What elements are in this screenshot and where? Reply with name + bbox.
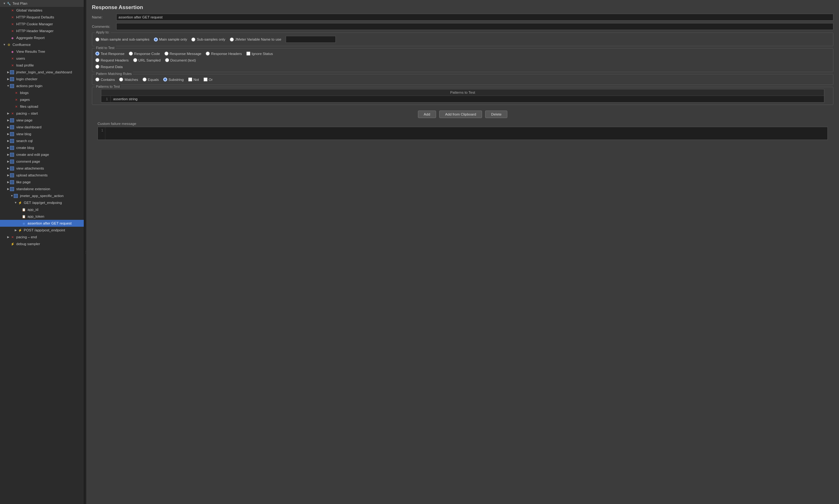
ftt-url-sampled[interactable]: URL Sampled	[133, 58, 161, 62]
sidebar-item-create-edit-page[interactable]: ▶create and edit page	[0, 151, 84, 158]
sidebar-item-jmeter-app-specific[interactable]: ▼jmeter_app_specific_action	[0, 192, 84, 199]
add-from-clipboard-button[interactable]: Add from Clipboard	[439, 110, 482, 118]
apply-main-sub[interactable]: Main sample and sub-samples	[95, 37, 150, 41]
sidebar-item-pages[interactable]: ✕pages	[0, 96, 84, 103]
ftt-ignore-status[interactable]: Ignore Status	[246, 52, 273, 56]
pm-contains[interactable]: Contains	[95, 77, 115, 82]
apply-jmeter-var[interactable]: JMeter Variable Name to use	[230, 37, 281, 41]
ftt-request-headers[interactable]: Request Headers	[95, 58, 129, 62]
comments-input[interactable]	[116, 23, 833, 30]
sidebar-item-test-plan[interactable]: ▼🔧Test Plan	[0, 0, 84, 7]
sidebar-item-label: pacing – start	[16, 111, 38, 115]
sidebar-item-http-request-defaults[interactable]: ✕HTTP Request Defaults	[0, 14, 84, 21]
tree-icon	[10, 131, 15, 137]
tree-icon: ✕	[14, 97, 19, 102]
sidebar-item-get-endpoint[interactable]: ▼⚡GET /app/get_endpoing	[0, 199, 84, 206]
sidebar-item-post-endpoint[interactable]: ▶⚡POST /app/post_endpoint	[0, 227, 84, 234]
pm-equals[interactable]: Equals	[142, 77, 159, 82]
sidebar-item-comment-page[interactable]: ▶comment page	[0, 158, 84, 165]
sidebar-item-label: jmeter_app_specific_action	[20, 194, 64, 198]
sidebar-item-label: actions per login	[16, 84, 42, 88]
tree-arrow: ▼	[2, 1, 6, 6]
tree-icon: 🔧	[6, 1, 11, 6]
sidebar-item-label: GET /app/get_endpoing	[24, 201, 62, 204]
apply-main-only[interactable]: Main sample only	[154, 37, 187, 41]
sidebar-item-create-blog[interactable]: ▶create blog	[0, 144, 84, 151]
apply-to-group: Apply to: Main sample and sub-samples Ma…	[92, 33, 833, 46]
pm-matches[interactable]: Matches	[119, 77, 138, 82]
pm-or[interactable]: Or	[204, 77, 213, 82]
sidebar-item-view-results-tree[interactable]: ◆View Results Tree	[0, 48, 84, 55]
ftt-text-response[interactable]: Text Response	[95, 52, 124, 56]
sidebar-item-label: create blog	[16, 146, 34, 149]
tree-icon	[10, 118, 15, 123]
sidebar-item-label: view dashboard	[16, 125, 41, 129]
sidebar-item-pacing-end[interactable]: ▶✕pacing – end	[0, 234, 84, 240]
sidebar-item-label: search cql	[16, 139, 33, 143]
sidebar-item-app-id[interactable]: 📋app_id	[0, 206, 84, 213]
action-buttons: Add Add from Clipboard Delete	[86, 107, 839, 122]
ftt-request-data[interactable]: Request Data	[95, 65, 122, 69]
sidebar-item-debug-sampler[interactable]: ⚡debug sampler	[0, 240, 84, 247]
tree-icon: ✕	[10, 111, 15, 116]
sidebar-item-users[interactable]: ✕users	[0, 55, 84, 62]
pattern-value-1[interactable]: assertion string	[111, 96, 824, 102]
sidebar-item-pacing-start[interactable]: ▶✕pacing – start	[0, 110, 84, 117]
tree-arrow: ▼	[10, 193, 14, 198]
patterns-to-test-label: Patterns to Test	[95, 85, 121, 88]
tree-arrow: ▶	[6, 166, 10, 171]
tree-icon	[14, 193, 19, 198]
sidebar-item-label: pages	[20, 98, 30, 102]
sidebar-item-view-attachments[interactable]: ▶view attachments	[0, 165, 84, 172]
tree-arrow	[6, 15, 10, 20]
sidebar-item-http-header-manager[interactable]: ✕HTTP Header Manager	[0, 28, 84, 34]
ftt-response-headers[interactable]: Response Headers	[206, 52, 242, 56]
tree-arrow	[17, 221, 21, 226]
tree-arrow: ▶	[6, 76, 10, 82]
sidebar-item-login-checker[interactable]: ▶login checker	[0, 76, 84, 83]
comments-label: Comments:	[92, 25, 116, 29]
add-button[interactable]: Add	[418, 110, 436, 118]
sidebar-item-app-token[interactable]: 📋app_token	[0, 213, 84, 220]
tree-icon	[10, 145, 15, 150]
ftt-document-text[interactable]: Document (text)	[165, 58, 196, 62]
sidebar-item-jmeter-login[interactable]: ▶jmeter_login_and_view_dashboard	[0, 69, 84, 76]
apply-sub-only[interactable]: Sub-samples only	[191, 37, 225, 41]
sidebar-item-label: view blog	[16, 132, 31, 136]
pm-not[interactable]: Not	[188, 77, 199, 82]
tree-arrow: ▶	[6, 159, 10, 164]
pm-substring[interactable]: Substring	[163, 77, 184, 82]
failure-content[interactable]	[105, 127, 827, 140]
sidebar-item-aggregate-report[interactable]: ◆Aggregate Report	[0, 34, 84, 41]
sidebar-item-view-page[interactable]: ▶view page	[0, 117, 84, 124]
tree-arrow	[17, 214, 21, 219]
sidebar-item-global-variables[interactable]: ✕Global Variables	[0, 7, 84, 14]
sidebar-item-load-profile[interactable]: ✕load profile	[0, 62, 84, 69]
tree-icon: ✕	[14, 90, 19, 95]
sidebar-item-confluence[interactable]: ▼⚙Confluence	[0, 41, 84, 48]
sidebar-item-assertion-after-get[interactable]: ◉assertion after GET request	[0, 220, 84, 227]
tree-icon: ✕	[10, 8, 15, 13]
jmeter-var-input[interactable]	[286, 36, 336, 43]
sidebar-item-label: View Results Tree	[16, 50, 45, 53]
sidebar-item-view-dashboard[interactable]: ▶view dashboard	[0, 124, 84, 130]
tree-icon: 📋	[21, 214, 26, 219]
delete-button[interactable]: Delete	[485, 110, 507, 118]
sidebar-item-view-blog[interactable]: ▶view blog	[0, 130, 84, 138]
sidebar-item-label: blogs	[20, 91, 29, 95]
sidebar-item-label: like page	[16, 180, 31, 184]
sidebar-item-upload-attachments[interactable]: ▶upload attachments	[0, 172, 84, 179]
sidebar-item-blogs[interactable]: ✕blogs	[0, 89, 84, 96]
sidebar-item-http-cookie-manager[interactable]: ✕HTTP Cookie Manager	[0, 21, 84, 28]
sidebar-item-like-page[interactable]: ▶like page	[0, 179, 84, 185]
name-input[interactable]	[116, 14, 833, 21]
sidebar-item-standalone-extension[interactable]: ▶standalone extension	[0, 185, 84, 192]
sidebar-item-actions-per-login[interactable]: ▼actions per login	[0, 83, 84, 89]
sidebar-item-files-upload[interactable]: ✕files upload	[0, 103, 84, 110]
ftt-response-code[interactable]: Response Code	[129, 52, 160, 56]
ftt-response-message[interactable]: Response Message	[165, 52, 202, 56]
tree-icon: ✕	[10, 15, 15, 20]
tree-icon	[10, 152, 15, 157]
sidebar-item-search-cql[interactable]: ▶search cql	[0, 138, 84, 144]
tree-icon: ◆	[10, 49, 15, 54]
